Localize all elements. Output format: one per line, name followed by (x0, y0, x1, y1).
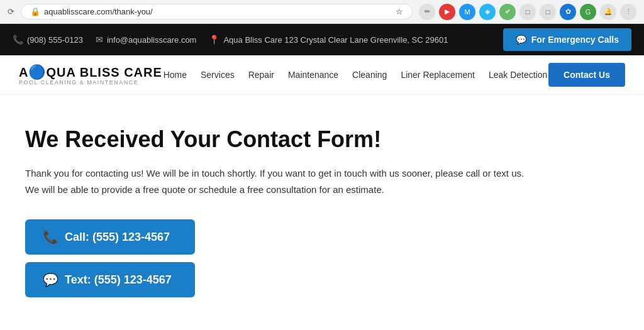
nav-item-cleaning[interactable]: Cleaning (352, 69, 387, 80)
action-buttons: 📞 Call: (555) 123-4567 💬 Text: (555) 123… (25, 219, 541, 297)
nav-link-liner[interactable]: Liner Replacement (401, 70, 475, 80)
extension-btn-7[interactable]: □ (540, 4, 556, 20)
site-icon: ⟳ (8, 7, 14, 16)
logo-brand: QUA BLISS CARE (46, 65, 162, 80)
main-content: We Received Your Contact Form! Thank you… (0, 95, 566, 322)
logo-subtitle: POOL CLEANING & MAINTENANCE (19, 79, 162, 85)
navbar: A🔵QUA BLISS CARE POOL CLEANING & MAINTEN… (0, 55, 644, 95)
location-icon: 📍 (209, 35, 219, 45)
emergency-button[interactable]: 💬 For Emergency Calls (503, 28, 631, 51)
nav-item-leak[interactable]: Leak Detection (489, 69, 547, 80)
email-address: info@aquablisscare.com (107, 35, 197, 45)
chat-icon: 💬 (516, 35, 526, 45)
emergency-label: For Emergency Calls (531, 35, 619, 45)
lock-icon: 🔒 (30, 7, 40, 16)
call-icon: 📞 (43, 229, 58, 245)
extension-btn-8[interactable]: ✿ (560, 4, 576, 20)
contact-nav-button[interactable]: Contact Us (548, 63, 625, 87)
extension-btn-10[interactable]: 🔔 (600, 4, 616, 20)
text-button[interactable]: 💬 Text: (555) 123-4567 (25, 262, 195, 297)
logo-a: A (19, 65, 28, 80)
page-title: We Received Your Contact Form! (25, 126, 541, 153)
nav-link-home[interactable]: Home (164, 70, 187, 80)
nav-item-liner[interactable]: Liner Replacement (401, 69, 475, 80)
menu-btn[interactable]: ⋮ (620, 4, 636, 20)
call-label: Call: (555) 123-4567 (65, 231, 170, 244)
street-address: Aqua Bliss Care 123 Crystal Clear Lane G… (223, 35, 448, 45)
phone-info: 📞 (908) 555-0123 (13, 35, 83, 45)
extension-btn-3[interactable]: M (459, 4, 475, 20)
nav-item-services[interactable]: Services (201, 69, 235, 80)
nav-link-maintenance[interactable]: Maintenance (288, 70, 338, 80)
nav-link-repair[interactable]: Repair (248, 70, 274, 80)
top-bar: 📞 (908) 555-0123 ✉ info@aquablisscare.co… (0, 24, 644, 55)
phone-number: (908) 555-0123 (27, 35, 83, 45)
extension-btn-4[interactable]: ◈ (479, 4, 496, 20)
top-bar-contact-info: 📞 (908) 555-0123 ✉ info@aquablisscare.co… (13, 35, 448, 45)
logo[interactable]: A🔵QUA BLISS CARE POOL CLEANING & MAINTEN… (19, 64, 162, 85)
star-icon[interactable]: ☆ (396, 7, 403, 16)
page-description: Thank you for contacting us! We will be … (25, 165, 528, 197)
call-button[interactable]: 📞 Call: (555) 123-4567 (25, 219, 195, 255)
logo-text: A🔵QUA BLISS CARE (19, 64, 162, 80)
address-bar[interactable]: 🔒 aquablisscare.com/thank-you/ ☆ (21, 4, 413, 19)
nav-link-leak[interactable]: Leak Detection (489, 70, 547, 80)
url-text: aquablisscare.com/thank-you/ (44, 7, 153, 16)
nav-item-maintenance[interactable]: Maintenance (288, 69, 338, 80)
browser-toolbar: ✏ ▶ M ◈ ✔ □ □ ✿ G 🔔 ⋮ (419, 4, 636, 20)
browser-chrome: ⟳ 🔒 aquablisscare.com/thank-you/ ☆ ✏ ▶ M… (0, 0, 644, 24)
nav-menu: Home Services Repair Maintenance Cleanin… (164, 69, 548, 80)
nav-link-cleaning[interactable]: Cleaning (352, 70, 387, 80)
phone-icon: 📞 (13, 35, 23, 45)
email-info: ✉ info@aquablisscare.com (96, 35, 197, 45)
text-label: Text: (555) 123-4567 (65, 273, 172, 287)
extension-btn-9[interactable]: G (580, 4, 596, 20)
logo-drop: 🔵 (28, 64, 46, 80)
extension-btn-1[interactable]: ✏ (419, 4, 435, 20)
extension-btn-2[interactable]: ▶ (439, 4, 455, 20)
email-icon: ✉ (96, 35, 103, 45)
extension-btn-6[interactable]: □ (519, 4, 536, 20)
extension-btn-5[interactable]: ✔ (499, 4, 516, 20)
nav-item-repair[interactable]: Repair (248, 69, 274, 80)
address-info: 📍 Aqua Bliss Care 123 Crystal Clear Lane… (209, 35, 448, 45)
nav-item-home[interactable]: Home (164, 69, 187, 80)
nav-link-services[interactable]: Services (201, 70, 235, 80)
text-icon: 💬 (43, 272, 58, 287)
